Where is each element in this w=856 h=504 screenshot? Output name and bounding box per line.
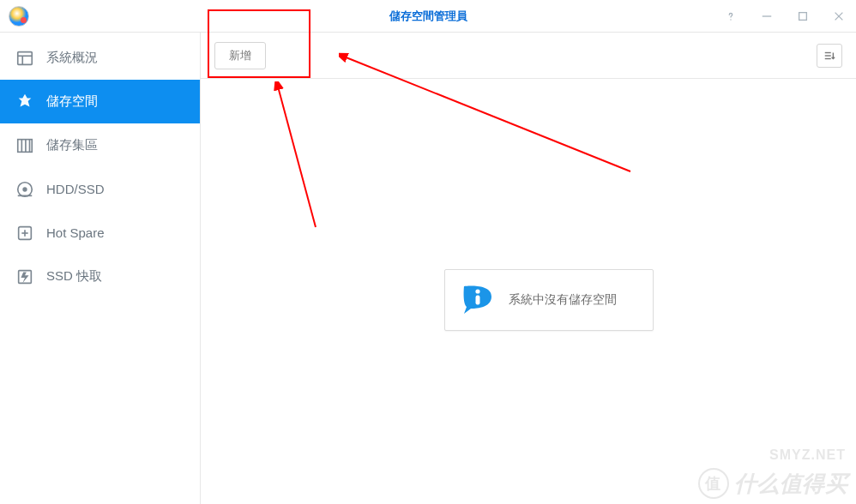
sort-button[interactable] [817, 44, 842, 68]
help-icon[interactable] [724, 9, 738, 23]
volume-icon [15, 93, 34, 111]
sidebar-item-label: 儲存集區 [46, 137, 98, 153]
overview-icon [15, 49, 34, 68]
sidebar-item-overview[interactable]: 系統概況 [0, 36, 200, 80]
sidebar-item-label: HDD/SSD [46, 182, 105, 196]
watermark-text: 什么值得买 [734, 469, 848, 499]
sidebar-item-label: Hot Spare [46, 225, 105, 240]
watermark-badge: 值 [698, 468, 729, 499]
toolbar: 新增 [201, 33, 856, 79]
sidebar-item-volume[interactable]: 儲存空間 [0, 80, 200, 123]
sidebar-item-label: 系統概況 [46, 50, 98, 66]
sidebar-item-hdd-ssd[interactable]: HDD/SSD [0, 167, 200, 211]
hot-spare-icon [15, 224, 34, 243]
empty-state-text: 系統中沒有儲存空間 [509, 292, 617, 308]
window-controls [724, 9, 856, 23]
sidebar: 系統概況 儲存空間 儲存集區 HDD/SSD Hot Spare [0, 33, 201, 504]
new-button[interactable]: 新增 [214, 42, 266, 69]
svg-rect-5 [18, 51, 33, 64]
sidebar-item-storage-pool[interactable]: 儲存集區 [0, 123, 200, 167]
sidebar-item-ssd-cache[interactable]: SSD 快取 [0, 255, 200, 298]
info-icon [461, 283, 495, 317]
svg-point-13 [23, 188, 27, 191]
minimize-icon[interactable] [760, 9, 774, 23]
main-content: 新增 系統中沒有儲存空間 [201, 33, 856, 504]
empty-state-card: 系統中沒有儲存空間 [444, 269, 654, 331]
svg-rect-2 [799, 12, 807, 20]
svg-point-0 [730, 19, 731, 20]
storage-pool-icon [15, 136, 34, 155]
sidebar-item-label: SSD 快取 [46, 268, 102, 285]
window-title: 儲存空間管理員 [389, 9, 467, 24]
sidebar-item-hot-spare[interactable]: Hot Spare [0, 211, 200, 255]
titlebar: 儲存空間管理員 [0, 0, 856, 33]
app-icon [9, 6, 29, 27]
ssd-cache-icon [15, 267, 34, 286]
disk-icon [15, 180, 34, 199]
watermark: 值 什么值得买 [698, 468, 848, 499]
sidebar-item-label: 儲存空間 [46, 93, 98, 110]
close-icon[interactable] [832, 9, 846, 23]
watermark-site: SMYZ.NET [769, 447, 846, 463]
svg-rect-23 [476, 296, 480, 305]
svg-point-22 [475, 289, 479, 293]
maximize-icon[interactable] [796, 9, 810, 23]
